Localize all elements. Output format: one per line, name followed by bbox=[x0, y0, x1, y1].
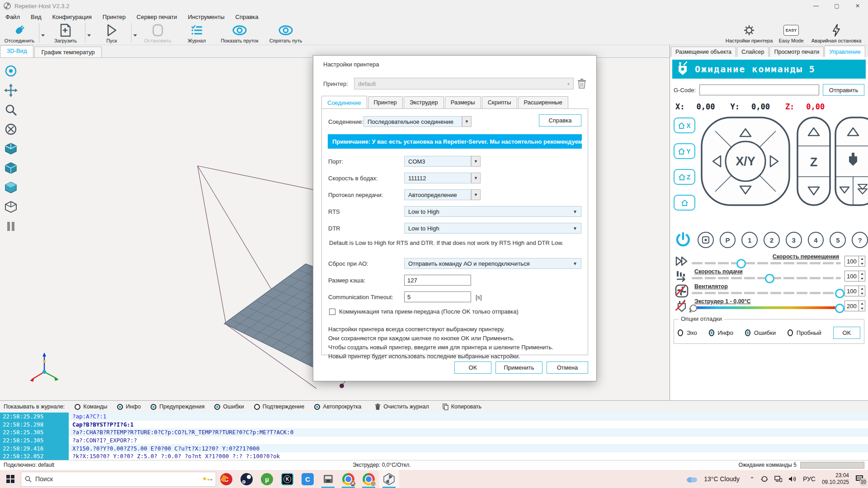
dry-run-toggle[interactable] bbox=[788, 329, 793, 336]
echo-toggle[interactable] bbox=[678, 329, 683, 336]
reset-select[interactable]: Отправить команду АО и переподключиться … bbox=[404, 258, 581, 269]
home-x-button[interactable]: X bbox=[674, 117, 695, 133]
extruder-jog-pad[interactable] bbox=[834, 116, 868, 209]
emergency-stop-button[interactable]: Аварийная остановка bbox=[808, 22, 864, 44]
show-filament-button[interactable]: Показать пруток bbox=[216, 22, 263, 44]
z-jog-pad[interactable]: Z bbox=[796, 116, 832, 209]
dropdown-arrow-icon[interactable]: ▼ bbox=[462, 116, 472, 127]
dropdown-arrow-icon[interactable]: ▼ bbox=[471, 156, 481, 167]
pause-icon[interactable] bbox=[3, 219, 19, 234]
menu-print-server[interactable]: Сервер печати bbox=[131, 13, 182, 21]
hide-travel-button[interactable]: Спрятать путь bbox=[263, 22, 308, 44]
help-button[interactable]: Справка bbox=[539, 114, 581, 127]
printer-select[interactable]: default ▾ bbox=[354, 78, 574, 89]
log-toggle-button[interactable]: Журнал bbox=[177, 22, 216, 44]
box-view-icon[interactable] bbox=[3, 199, 19, 215]
rts-select[interactable]: Low to High ▼ bbox=[404, 206, 581, 217]
tab-manual-control[interactable]: Управление bbox=[825, 46, 865, 57]
home-z-button[interactable]: Z bbox=[674, 169, 695, 185]
errors-filter-toggle[interactable] bbox=[214, 404, 220, 410]
menu-view[interactable]: Вид bbox=[25, 13, 47, 21]
extruder-temp-thumb[interactable] bbox=[835, 304, 844, 313]
baud-select[interactable]: 111112 ▼ bbox=[404, 173, 471, 183]
dialog-cancel-button[interactable]: Отмена bbox=[547, 361, 588, 374]
minimize-button[interactable]: — bbox=[806, 0, 826, 12]
printer-settings-button[interactable]: Настройки принтера bbox=[724, 22, 774, 44]
disconnect-button[interactable]: Отсоединить bbox=[0, 22, 39, 44]
tab-slicer[interactable]: Слайсер bbox=[737, 47, 769, 57]
clear-log-button[interactable]: Очистить журнал bbox=[375, 404, 429, 410]
menu-tools[interactable]: Инструменты bbox=[183, 13, 230, 21]
tab-advanced[interactable]: Расширенные bbox=[518, 96, 568, 109]
easy-mode-button[interactable]: EASY Easy Mode bbox=[774, 22, 808, 44]
heated-bed-button[interactable] bbox=[698, 232, 714, 248]
tab-3d-view[interactable]: 3D-Вид bbox=[0, 45, 33, 57]
errors-toggle[interactable] bbox=[745, 329, 750, 336]
fan-slider[interactable] bbox=[692, 292, 841, 294]
preset-2-button[interactable]: 2 bbox=[764, 232, 780, 248]
dialog-apply-button[interactable]: Применить bbox=[495, 361, 542, 374]
menu-printer[interactable]: Принтер bbox=[97, 13, 131, 21]
preset-3-button[interactable]: 3 bbox=[786, 232, 802, 248]
extruder-temp-slider[interactable] bbox=[692, 306, 841, 309]
taskbar-app-chrome-2[interactable] bbox=[359, 470, 379, 488]
power-button[interactable] bbox=[675, 231, 692, 249]
taskbar-app-chrome-1[interactable]: Ж bbox=[338, 470, 359, 488]
extruder-temp-value[interactable]: 200 bbox=[844, 300, 865, 311]
port-select[interactable]: COM3 ▼ bbox=[404, 156, 471, 167]
load-dropdown[interactable] bbox=[85, 23, 92, 43]
log-lines[interactable]: 22:58:25.295 ?ap:A?C?:1 22:58:25.298 Cap… bbox=[0, 413, 868, 460]
taskbar-app-ccleaner[interactable]: C bbox=[216, 470, 236, 488]
delete-printer-button[interactable] bbox=[577, 78, 586, 89]
feed-rate-thumb[interactable] bbox=[765, 274, 774, 283]
home-all-button[interactable] bbox=[674, 195, 695, 211]
move-view-icon[interactable] bbox=[3, 83, 19, 98]
preset-5-button[interactable]: 5 bbox=[830, 232, 846, 248]
fit-view-icon[interactable] bbox=[3, 122, 19, 137]
travel-speed-slider[interactable] bbox=[692, 262, 841, 264]
travel-speed-value[interactable]: 100 bbox=[844, 256, 865, 267]
tray-expand-icon[interactable]: ⌃ bbox=[750, 476, 755, 483]
tab-print-preview[interactable]: Просмотр печати bbox=[769, 47, 824, 57]
taskbar-app-kinopoisk[interactable]: K bbox=[277, 470, 297, 488]
preset-1-button[interactable]: 1 bbox=[741, 232, 758, 248]
tab-extruder[interactable]: Экструдер bbox=[404, 96, 444, 109]
network-tray-icon[interactable] bbox=[774, 476, 782, 482]
start-button[interactable]: Пуск bbox=[92, 22, 131, 44]
front-view-icon[interactable] bbox=[3, 160, 19, 176]
close-button[interactable]: ✕ bbox=[847, 0, 868, 12]
maximize-button[interactable]: ▢ bbox=[826, 0, 847, 12]
weather-text[interactable]: 13°C Cloudy bbox=[704, 475, 740, 483]
taskbar-app-utorrent[interactable]: µ bbox=[257, 470, 277, 488]
send-button[interactable]: Отправить bbox=[823, 84, 864, 96]
fan-value[interactable]: 100 bbox=[844, 286, 865, 296]
tab-temperature-graph[interactable]: График температур bbox=[34, 47, 101, 57]
menu-help[interactable]: Справка bbox=[230, 13, 264, 21]
autoscroll-toggle[interactable] bbox=[314, 404, 320, 410]
volume-tray-icon[interactable] bbox=[788, 476, 797, 482]
xy-jog-pad[interactable]: X/Y bbox=[700, 116, 791, 209]
protocol-select[interactable]: Автоопределение ▼ bbox=[404, 189, 471, 200]
info-filter-toggle[interactable] bbox=[117, 404, 123, 410]
start-menu-button[interactable] bbox=[0, 470, 21, 488]
dropdown-arrow-icon[interactable]: ▼ bbox=[471, 173, 481, 183]
menu-file[interactable]: Файл bbox=[0, 13, 25, 21]
warnings-filter-toggle[interactable] bbox=[151, 404, 156, 410]
debug-ok-button[interactable]: OK bbox=[833, 327, 860, 339]
travel-speed-thumb[interactable] bbox=[736, 259, 746, 268]
connector-select[interactable]: Последовательное соединение ▼ bbox=[363, 116, 462, 127]
taskbar-clock[interactable]: 23:04 09.10.2025 bbox=[822, 472, 849, 486]
taskbar-search[interactable]: Поиск ✦✦✦ bbox=[21, 472, 216, 487]
disconnect-dropdown[interactable] bbox=[39, 23, 46, 43]
load-button[interactable]: Загрузить bbox=[46, 22, 85, 44]
taskbar-app-steam[interactable] bbox=[236, 470, 257, 488]
dialog-ok-button[interactable]: OK bbox=[454, 361, 491, 374]
iso-view-icon[interactable] bbox=[3, 141, 19, 156]
home-y-button[interactable]: Y bbox=[674, 143, 695, 159]
fan-thumb[interactable] bbox=[835, 289, 844, 298]
preset-4-button[interactable]: 4 bbox=[808, 232, 824, 248]
timeout-input[interactable] bbox=[404, 291, 471, 302]
tab-object-placement[interactable]: Размещение объекта bbox=[671, 47, 736, 57]
zoom-icon[interactable] bbox=[3, 102, 19, 117]
cache-size-input[interactable] bbox=[404, 275, 471, 286]
